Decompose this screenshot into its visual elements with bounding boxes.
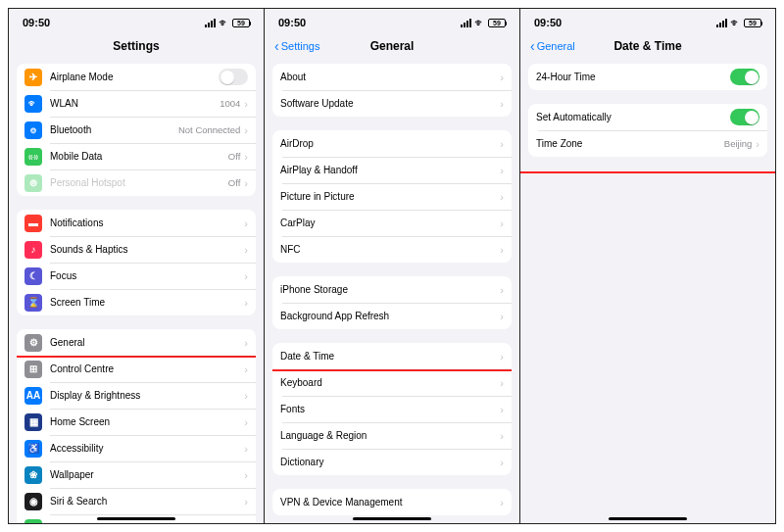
page-title: Settings — [9, 39, 264, 53]
home-indicator[interactable] — [353, 517, 431, 520]
cell-signal-icon — [716, 19, 727, 27]
row-vpn-device-management[interactable]: VPN & Device Management› — [272, 489, 512, 515]
row-label: Software Update — [280, 98, 500, 109]
battery-icon: 59 — [232, 19, 250, 27]
row-dictionary[interactable]: Dictionary› — [272, 449, 512, 475]
mobile-data-icon: ((·)) — [24, 148, 42, 166]
settings-group: About›Software Update› — [272, 64, 512, 117]
row-screen-time[interactable]: ⌛Screen Time› — [17, 289, 256, 315]
row-control-centre[interactable]: ⊞Control Centre› — [17, 356, 256, 382]
nav-bar: Settings — [9, 32, 264, 60]
status-bar: 09:50 ᯤ 59 — [9, 9, 264, 32]
row-home-screen[interactable]: ▦Home Screen› — [17, 409, 256, 435]
row-wlan[interactable]: ᯤWLAN1004› — [17, 90, 256, 117]
row-bluetooth[interactable]: ⌾BluetoothNot Connected› — [17, 117, 256, 143]
row-siri-search[interactable]: ◉Siri & Search› — [17, 488, 256, 514]
row-airplane-mode[interactable]: ✈Airplane Mode — [17, 64, 256, 90]
bluetooth-icon: ⌾ — [24, 121, 42, 139]
chevron-left-icon: ‹ — [274, 39, 279, 53]
row-display-brightness[interactable]: AADisplay & Brightness› — [17, 382, 256, 409]
row-focus[interactable]: ☾Focus› — [17, 263, 256, 289]
settings-group: AirDrop›AirPlay & Handoff›Picture in Pic… — [272, 130, 512, 263]
row-picture-in-picture[interactable]: Picture in Picture› — [272, 183, 512, 210]
control-centre-icon: ⊞ — [24, 361, 42, 378]
row-label: Picture in Picture — [280, 191, 500, 202]
row-set-automatically[interactable]: Set Automatically — [528, 104, 767, 130]
back-label: Settings — [281, 40, 320, 52]
settings-group: ▬Notifications›♪Sounds & Haptics›☾Focus›… — [17, 210, 256, 315]
chevron-right-icon: › — [500, 457, 504, 468]
settings-group: VPN & Device Management› — [272, 489, 512, 515]
row-time-zone[interactable]: Time ZoneBeijing› — [528, 130, 767, 157]
row-date-time[interactable]: Date & Time› — [272, 343, 512, 369]
focus-icon: ☾ — [24, 267, 42, 285]
row-about[interactable]: About› — [272, 64, 512, 90]
chevron-right-icon: › — [244, 177, 248, 189]
row-label: Time Zone — [536, 138, 724, 149]
chevron-right-icon: › — [500, 218, 504, 229]
row-software-update[interactable]: Software Update› — [272, 90, 512, 117]
row-notifications[interactable]: ▬Notifications› — [17, 210, 256, 236]
toggle-airplane-mode[interactable] — [219, 69, 248, 85]
home-indicator[interactable] — [97, 517, 175, 520]
home-screen-icon: ▦ — [24, 413, 42, 431]
chevron-right-icon: › — [500, 497, 504, 508]
back-button[interactable]: ‹ Settings — [274, 39, 319, 53]
row-detail: 1004 — [220, 98, 240, 109]
status-bar: 09:50 ᯤ 59 — [265, 9, 519, 32]
back-label: General — [537, 40, 575, 52]
chevron-right-icon: › — [500, 430, 504, 442]
chevron-right-icon: › — [500, 244, 504, 256]
chevron-right-icon: › — [500, 284, 504, 296]
toggle-24-hour-time[interactable] — [730, 69, 760, 85]
row-label: General — [50, 337, 244, 348]
chevron-right-icon: › — [244, 416, 248, 428]
wifi-icon: ᯤ — [219, 18, 229, 28]
row-general[interactable]: ⚙General› — [17, 329, 256, 356]
row-background-app-refresh[interactable]: Background App Refresh› — [272, 303, 512, 329]
row-sounds-haptics[interactable]: ♪Sounds & Haptics› — [17, 236, 256, 263]
row-label: Notifications — [50, 218, 244, 228]
settings-group: 24-Hour Time — [528, 64, 767, 90]
chevron-right-icon: › — [244, 363, 248, 375]
wifi-icon: ᯤ — [24, 95, 42, 113]
home-indicator[interactable] — [609, 517, 687, 520]
row-detail: Beijing — [724, 138, 753, 149]
row-keyboard[interactable]: Keyboard› — [272, 369, 512, 396]
row-wallpaper[interactable]: ❀Wallpaper› — [17, 461, 256, 488]
chevron-right-icon: › — [244, 390, 248, 402]
phone-settings: 09:50 ᯤ 59 Settings ✈Airplane ModeᯤWLAN1… — [9, 9, 264, 523]
back-button[interactable]: ‹ General — [530, 39, 575, 53]
row-personal-hotspot[interactable]: ⊚Personal HotspotOff› — [17, 169, 256, 196]
status-time: 09:50 — [534, 17, 716, 28]
row-detail: Off — [228, 177, 241, 188]
siri-icon: ◉ — [24, 493, 42, 510]
row-fonts[interactable]: Fonts› — [272, 396, 512, 422]
row-iphone-storage[interactable]: iPhone Storage› — [272, 276, 512, 303]
row-label: WLAN — [50, 98, 220, 109]
row-label: Dictionary — [280, 457, 500, 467]
airplane-icon: ✈ — [24, 69, 42, 86]
status-time: 09:50 — [23, 17, 205, 28]
chevron-right-icon: › — [244, 496, 248, 508]
row-label: Bluetooth — [50, 124, 178, 135]
row-accessibility[interactable]: ♿Accessibility› — [17, 435, 256, 461]
row-label: Mobile Data — [50, 151, 228, 162]
sounds-icon: ♪ — [24, 241, 42, 259]
row-detail: Off — [228, 151, 241, 162]
nav-bar: ‹ Settings General — [265, 32, 519, 60]
row-label: Set Automatically — [536, 112, 730, 122]
row-language-region[interactable]: Language & Region› — [272, 422, 512, 449]
row-carplay[interactable]: CarPlay› — [272, 210, 512, 236]
toggle-set-automatically[interactable] — [730, 109, 760, 125]
row-label: Personal Hotspot — [50, 177, 228, 188]
phone-date-time: 09:50 ᯤ 59 ‹ General Date & Time 24-Hour… — [519, 9, 775, 523]
row-airplay-handoff[interactable]: AirPlay & Handoff› — [272, 157, 512, 183]
row-nfc[interactable]: NFC› — [272, 236, 512, 263]
chevron-left-icon: ‹ — [530, 39, 535, 53]
row-mobile-data[interactable]: ((·))Mobile DataOff› — [17, 143, 256, 169]
chevron-right-icon: › — [500, 404, 504, 415]
accessibility-icon: ♿ — [24, 440, 42, 458]
row-24-hour-time[interactable]: 24-Hour Time — [528, 64, 767, 90]
row-airdrop[interactable]: AirDrop› — [272, 130, 512, 157]
